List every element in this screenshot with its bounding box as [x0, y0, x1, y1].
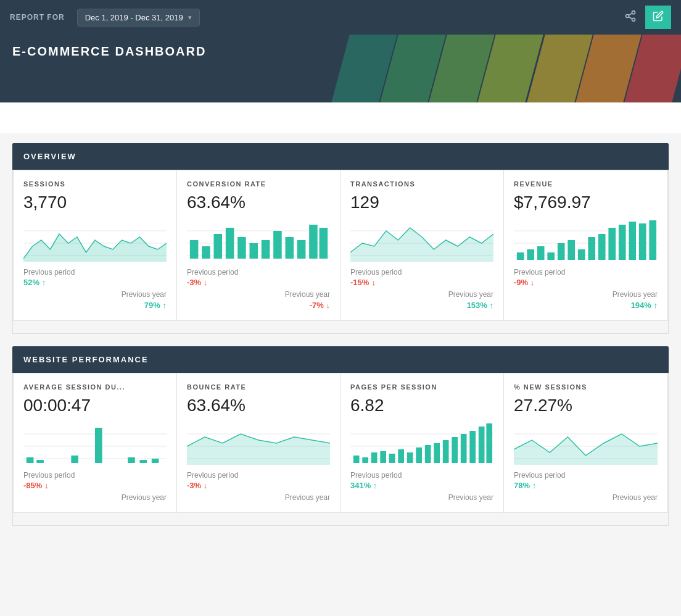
revenue-prev-year-value: 194%	[631, 301, 658, 310]
svg-rect-47	[36, 460, 44, 463]
svg-rect-64	[398, 449, 404, 463]
avg-session-dur-card: AVERAGE SESSION DU... 00:00:47	[14, 373, 177, 512]
sessions-prev-year-row: Previous year 79%	[23, 288, 167, 310]
sessions-card: SESSIONS 3,770 Previous period 5	[14, 170, 177, 320]
pages-per-session-value: 6.82	[350, 396, 493, 415]
svg-rect-36	[588, 237, 595, 260]
conversion-rate-label: CONVERSION RATE	[187, 180, 330, 188]
conversion-rate-chart	[187, 219, 330, 262]
avg-session-dur-period-row: Previous period -85%	[23, 471, 167, 490]
svg-rect-59	[353, 456, 360, 463]
bounce-rate-value: 63.64%	[187, 396, 330, 415]
banner: E-COMMERCE DASHBOARD	[0, 35, 681, 102]
svg-rect-51	[140, 460, 147, 463]
sessions-prev-year-label: Previous year	[122, 290, 167, 299]
new-sessions-prev-period-value: 78%	[514, 481, 658, 490]
transactions-prev-year-label: Previous year	[448, 290, 493, 299]
new-sessions-value: 27.27%	[514, 396, 658, 415]
svg-rect-18	[273, 231, 282, 259]
svg-rect-65	[407, 452, 413, 463]
conversion-prev-year-label: Previous year	[285, 290, 330, 299]
svg-rect-72	[469, 431, 476, 463]
spacer	[0, 102, 681, 133]
new-sessions-prev-year-row: Previous year	[514, 491, 658, 502]
svg-rect-39	[619, 225, 626, 260]
chevron-down-icon: ▾	[188, 14, 192, 22]
svg-point-0	[632, 10, 635, 14]
transactions-card: TRANSACTIONS 129 Previous period	[340, 170, 504, 320]
svg-rect-49	[95, 428, 102, 463]
overview-header: OVERVIEW	[12, 143, 669, 170]
svg-rect-71	[461, 434, 467, 463]
svg-rect-30	[527, 249, 534, 260]
svg-rect-37	[598, 234, 606, 260]
date-range-selector[interactable]: Dec 1, 2019 - Dec 31, 2019 ▾	[77, 9, 200, 27]
avg-session-dur-label: AVERAGE SESSION DU...	[23, 383, 167, 391]
website-performance-cards-wrapper: AVERAGE SESSION DU... 00:00:47	[12, 373, 669, 526]
sessions-label: SESSIONS	[23, 180, 167, 188]
transactions-period-row: Previous period -15%	[350, 268, 493, 287]
svg-rect-29	[517, 252, 524, 260]
new-sessions-prev-period-label: Previous period	[514, 471, 658, 480]
avg-session-dur-prev-period-value: -85%	[23, 481, 167, 490]
svg-rect-66	[416, 447, 422, 463]
transactions-value: 129	[350, 193, 493, 212]
svg-rect-32	[547, 252, 555, 260]
svg-rect-68	[434, 443, 440, 463]
svg-rect-40	[629, 222, 636, 260]
revenue-prev-year-label: Previous year	[613, 290, 658, 299]
website-performance-cards-grid: AVERAGE SESSION DU... 00:00:47	[13, 373, 668, 513]
svg-rect-67	[425, 445, 431, 463]
date-range-text: Dec 1, 2019 - Dec 31, 2019	[85, 13, 183, 22]
svg-rect-46	[27, 457, 34, 463]
pages-per-session-card: PAGES PER SESSION 6.82	[340, 373, 504, 512]
overview-section: OVERVIEW SESSIONS 3,770	[12, 143, 669, 334]
overview-cards-grid: SESSIONS 3,770 Previous period 5	[13, 170, 668, 321]
svg-rect-60	[362, 457, 368, 463]
sessions-prev-period-label: Previous period	[23, 268, 167, 277]
conversion-prev-period-value: -3%	[187, 278, 330, 287]
svg-rect-74	[486, 423, 492, 463]
share-button[interactable]	[621, 6, 640, 29]
avg-session-dur-chart	[23, 422, 167, 465]
share-icon	[624, 10, 637, 22]
bounce-rate-chart	[187, 422, 330, 465]
svg-rect-61	[371, 452, 378, 463]
edit-button[interactable]	[645, 6, 671, 29]
overview-cards-wrapper: SESSIONS 3,770 Previous period 5	[12, 170, 669, 334]
svg-rect-73	[479, 427, 485, 463]
new-sessions-label: % NEW SESSIONS	[514, 383, 658, 391]
svg-rect-33	[558, 243, 565, 260]
revenue-card: REVENUE $7,769.97	[504, 170, 667, 320]
avg-session-dur-value: 00:00:47	[23, 396, 167, 415]
svg-rect-31	[537, 246, 545, 260]
avg-session-dur-prev-year-row: Previous year	[23, 491, 167, 502]
report-for-label: REPORT FOR	[10, 13, 65, 22]
conversion-period-row: Previous period -3%	[187, 268, 330, 287]
new-sessions-prev-year-label: Previous year	[613, 493, 658, 502]
conversion-prev-year-row: Previous year -7%	[187, 288, 330, 310]
revenue-value: $7,769.97	[514, 193, 658, 212]
transactions-prev-period-label: Previous period	[350, 268, 493, 277]
pages-per-session-prev-period-value: 341%	[350, 481, 493, 490]
new-sessions-card: % NEW SESSIONS 27.27% Previous period	[504, 373, 667, 512]
website-performance-section: WEBSITE PERFORMANCE AVERAGE SESSION DU..…	[12, 346, 669, 526]
sessions-prev-period-value: 52%	[23, 278, 167, 287]
svg-rect-70	[452, 437, 458, 463]
bounce-rate-card: BOUNCE RATE 63.64% Previous period	[177, 373, 340, 512]
svg-rect-38	[608, 228, 616, 260]
avg-session-dur-prev-period-label: Previous period	[23, 471, 167, 480]
revenue-period-row: Previous period -9%	[514, 268, 658, 287]
sessions-value: 3,770	[23, 193, 167, 212]
transactions-prev-year-value: 153%	[467, 301, 493, 310]
svg-point-2	[632, 18, 635, 21]
svg-rect-62	[380, 451, 386, 463]
transactions-chart	[350, 219, 493, 262]
svg-point-1	[626, 14, 629, 17]
pages-per-session-label: PAGES PER SESSION	[350, 383, 493, 391]
svg-rect-13	[214, 234, 223, 259]
conversion-prev-period-label: Previous period	[187, 268, 330, 277]
svg-rect-19	[286, 237, 294, 259]
top-bar-actions	[621, 6, 671, 29]
revenue-prev-year-row: Previous year 194%	[514, 288, 658, 310]
